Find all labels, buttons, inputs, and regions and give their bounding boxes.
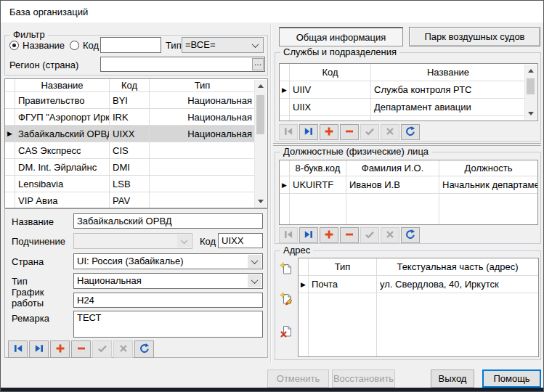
scroll-down-icon[interactable] xyxy=(525,107,537,120)
nav-delete-button[interactable] xyxy=(71,340,91,358)
cancel-icon xyxy=(384,126,396,139)
detail-schedule-input[interactable] xyxy=(73,293,263,308)
filter-type-combobox[interactable]: =ВСЕ= xyxy=(182,37,264,53)
nav-refresh-button[interactable] xyxy=(134,340,154,358)
detail-type-combobox[interactable]: Национальная xyxy=(73,273,263,289)
dialog-organization-database: База организаций Фильтр Название Код Тип… xyxy=(0,0,544,392)
nav-first-button[interactable] xyxy=(279,227,298,243)
table-row[interactable]: UIIXДепартамент авиации xyxy=(280,99,525,116)
nav-refresh-button[interactable] xyxy=(401,227,420,243)
scroll-down-icon[interactable] xyxy=(255,195,267,208)
tab-label: Общая информация xyxy=(296,32,386,43)
chevron-down-icon[interactable] xyxy=(248,274,261,287)
officials-table-header: 8-букв.код Фамилия И.О. Должность xyxy=(280,160,537,176)
radio-label: Код xyxy=(83,40,99,51)
table-row[interactable]: VIP АвиаPAV xyxy=(5,192,255,208)
detail-subordination-combobox[interactable] xyxy=(73,233,192,249)
detail-country-combobox[interactable]: UI: Россия (Забайкалье) xyxy=(73,253,263,269)
radio-filter-by-name[interactable]: Название xyxy=(9,40,65,51)
cell-code: IRK xyxy=(110,109,150,126)
nav-cancel-button[interactable] xyxy=(113,340,133,358)
scrollbar-thumb[interactable] xyxy=(527,78,535,94)
window-title: База организаций xyxy=(9,7,88,17)
column-header-type[interactable]: Тип xyxy=(309,258,377,276)
tab-general-info[interactable]: Общая информация xyxy=(279,27,403,46)
table-row[interactable]: CAS ЭкспрессCIS xyxy=(5,142,255,159)
nav-refresh-button[interactable] xyxy=(401,124,420,140)
address-delete-button[interactable] xyxy=(279,325,293,340)
cell-code: DMI xyxy=(110,159,150,176)
table-row[interactable]: ▶UIIVСлужба контроля РТС xyxy=(280,81,525,99)
cell-type xyxy=(150,192,256,208)
detail-code-label: Код xyxy=(200,236,216,247)
nav-last-button[interactable] xyxy=(29,340,49,358)
nav-first-button[interactable] xyxy=(8,340,28,358)
address-add-button[interactable] xyxy=(279,263,293,277)
refresh-icon xyxy=(405,229,416,242)
scrollbar-thumb[interactable] xyxy=(256,95,264,134)
nav-delete-button[interactable] xyxy=(340,124,359,140)
chevron-down-icon[interactable] xyxy=(248,255,261,268)
services-group-label: Службы и подразделения xyxy=(280,46,399,57)
nav-insert-button[interactable] xyxy=(320,227,338,243)
nav-post-button[interactable] xyxy=(92,340,112,358)
radio-filter-by-code[interactable]: Код xyxy=(70,40,99,51)
column-header-surname[interactable]: Фамилия И.О. xyxy=(346,160,439,176)
nav-post-button[interactable] xyxy=(360,227,379,243)
region-browse-button[interactable]: … xyxy=(252,58,264,70)
column-header-code[interactable]: Код xyxy=(290,64,371,81)
restore-button[interactable]: Восстановить xyxy=(332,369,395,388)
column-header-type[interactable]: Тип xyxy=(150,79,256,92)
empty-cell xyxy=(371,116,525,121)
nav-first-button[interactable] xyxy=(279,124,298,140)
chevron-down-icon[interactable] xyxy=(248,38,262,52)
nav-delete-button[interactable] xyxy=(340,227,359,243)
row-indicator xyxy=(5,192,15,208)
nav-cancel-button[interactable] xyxy=(381,124,399,140)
nav-insert-button[interactable] xyxy=(320,124,338,140)
column-header-name[interactable]: Название xyxy=(15,79,110,92)
detail-name-input[interactable] xyxy=(73,213,263,229)
vertical-scrollbar[interactable] xyxy=(254,80,267,208)
address-edit-button[interactable] xyxy=(279,293,293,307)
table-row[interactable]: ▶Забайкальский ОРВДUIXXНациональная xyxy=(5,126,255,142)
column-header-name[interactable]: Название xyxy=(371,64,525,81)
insert-icon xyxy=(323,126,335,139)
table-row[interactable]: DM. Int. ЭйрлайнсDMI xyxy=(5,159,255,176)
column-header-code[interactable]: Код xyxy=(110,79,150,92)
organizations-navigator xyxy=(8,340,154,358)
help-button[interactable]: Помощь xyxy=(482,369,541,388)
organizations-table-header: Название Код Тип xyxy=(5,79,255,92)
table-row[interactable]: ▶UKUIRTFИванов И.ВНачальник департаме xyxy=(280,176,537,194)
tab-aircraft-fleet[interactable]: Парк воздушных судов xyxy=(409,27,540,46)
column-header-code[interactable]: 8-букв.код xyxy=(290,160,346,176)
indicator-column-header xyxy=(5,79,15,92)
titlebar[interactable]: База организаций xyxy=(1,1,543,23)
filter-region-input[interactable]: … xyxy=(100,57,265,72)
detail-schedule-label: График работы xyxy=(12,287,57,309)
table-row[interactable]: ФГУП "Аэропорт ИркутIRKНациональная xyxy=(5,109,255,126)
services-navigator xyxy=(279,124,420,140)
nav-post-button[interactable] xyxy=(360,124,379,140)
table-row[interactable]: ПравительствоBYIНациональная xyxy=(5,92,255,109)
organizations-table-body: ПравительствоBYIНациональнаяФГУП "Аэропо… xyxy=(5,92,267,208)
exit-button[interactable]: Выход xyxy=(431,369,474,388)
scroll-up-icon[interactable] xyxy=(255,80,267,92)
detail-remark-textarea[interactable]: ТЕСТ xyxy=(73,311,263,338)
nav-cancel-button[interactable] xyxy=(381,227,399,243)
cancel-button[interactable]: Отменить xyxy=(267,369,329,388)
table-row[interactable]: LensibaviaLSB xyxy=(5,176,255,192)
vertical-scrollbar[interactable] xyxy=(524,65,537,120)
nav-last-button[interactable] xyxy=(299,227,318,243)
nav-last-button[interactable] xyxy=(299,124,318,140)
scroll-up-icon[interactable] xyxy=(525,65,537,77)
column-header-text[interactable]: Текстуальная часть (адрес) xyxy=(377,258,538,276)
address-groupbox: Адрес xyxy=(275,250,541,360)
table-row[interactable]: ▶Почтаул. Свердлова, 40, Иркутск xyxy=(299,276,538,293)
filter-name-input[interactable] xyxy=(100,37,161,53)
officials-table-body: ▶UKUIRTFИванов И.ВНачальник департаме xyxy=(280,176,537,224)
detail-code-input[interactable] xyxy=(218,233,263,248)
nav-insert-button[interactable] xyxy=(50,340,70,358)
cell-code: BYI xyxy=(110,92,150,109)
column-header-position[interactable]: Должность xyxy=(439,160,537,176)
